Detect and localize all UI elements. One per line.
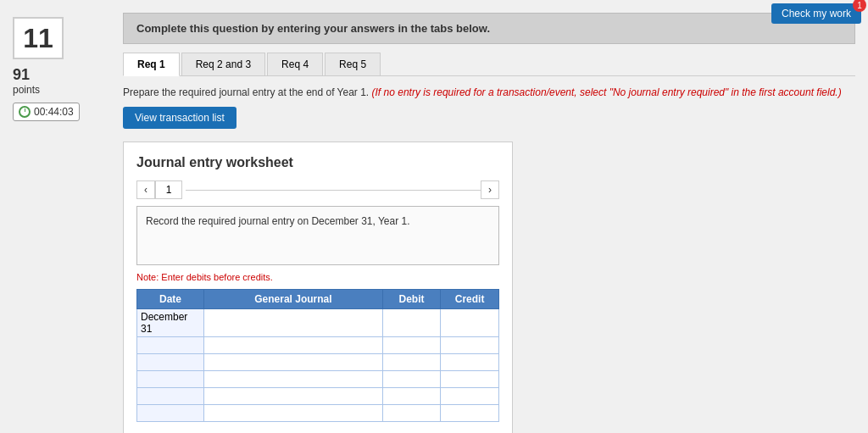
table-row: December 31	[137, 309, 499, 337]
debit-input[interactable]	[387, 340, 437, 352]
col-header-credit: Credit	[441, 290, 499, 309]
question-number: 11	[13, 17, 64, 59]
col-header-debit: Debit	[382, 290, 440, 309]
check-my-work-button[interactable]: Check my work 1	[771, 3, 861, 24]
view-transaction-button[interactable]: View transaction list	[123, 107, 236, 129]
table-row	[137, 337, 499, 354]
entry-description: Record the required journal entry on Dec…	[136, 206, 499, 265]
date-cell	[137, 388, 204, 405]
journal-cell[interactable]	[204, 354, 383, 371]
debit-input[interactable]	[387, 317, 437, 329]
worksheet-title: Journal entry worksheet	[136, 155, 499, 170]
notification-badge: 1	[853, 0, 866, 12]
tabs-container: Req 1 Req 2 and 3 Req 4 Req 5	[123, 53, 855, 76]
debit-input[interactable]	[387, 391, 437, 402]
tab-req1[interactable]: Req 1	[123, 53, 180, 76]
journal-input[interactable]	[208, 391, 379, 402]
timer-value: 00:44:03	[34, 106, 74, 118]
journal-input[interactable]	[208, 340, 379, 352]
credit-cell[interactable]	[441, 309, 499, 337]
credit-cell[interactable]	[441, 371, 499, 388]
credit-cell[interactable]	[441, 354, 499, 371]
date-cell	[137, 405, 204, 422]
check-my-work-label: Check my work	[782, 8, 851, 19]
journal-input[interactable]	[208, 408, 379, 419]
journal-cell[interactable]	[204, 388, 383, 405]
debit-cell[interactable]	[382, 337, 440, 354]
prev-arrow[interactable]: ‹	[136, 180, 155, 199]
prepare-italic: (If no entry is required for a transacti…	[372, 86, 842, 98]
table-row	[137, 405, 499, 422]
debit-cell[interactable]	[382, 371, 440, 388]
nav-row: ‹ 1 ›	[136, 180, 499, 199]
credit-input[interactable]	[444, 408, 495, 419]
credit-input[interactable]	[444, 340, 495, 352]
credit-input[interactable]	[444, 374, 495, 386]
prepare-main: Prepare the required journal entry at th…	[123, 86, 372, 98]
credit-cell[interactable]	[441, 388, 499, 405]
main-content: Complete this question by entering your …	[119, 8, 868, 433]
page-number: 1	[155, 180, 182, 199]
timer-box: 00:44:03	[13, 103, 80, 121]
points-value: 91	[13, 66, 106, 84]
points-label: points	[13, 84, 106, 96]
top-bar: Check my work 1	[765, 0, 868, 27]
col-header-date: Date	[137, 290, 204, 309]
date-cell	[137, 354, 204, 371]
debit-input[interactable]	[387, 357, 437, 369]
journal-cell[interactable]	[204, 371, 383, 388]
credit-cell[interactable]	[441, 337, 499, 354]
credit-cell[interactable]	[441, 405, 499, 422]
col-header-journal: General Journal	[204, 290, 383, 309]
date-cell: December 31	[137, 309, 204, 337]
nav-line	[186, 190, 481, 191]
note-text: Note: Enter debits before credits.	[136, 272, 499, 282]
next-arrow[interactable]: ›	[481, 180, 499, 199]
table-row	[137, 354, 499, 371]
instruction-box: Complete this question by entering your …	[123, 13, 855, 44]
debit-cell[interactable]	[382, 309, 440, 337]
date-cell	[137, 371, 204, 388]
journal-input[interactable]	[208, 317, 379, 329]
tab-req2-3[interactable]: Req 2 and 3	[181, 53, 265, 75]
table-row	[137, 388, 499, 405]
debit-cell[interactable]	[382, 405, 440, 422]
tab-req5[interactable]: Req 5	[325, 53, 381, 75]
credit-input[interactable]	[444, 317, 495, 329]
journal-input[interactable]	[208, 374, 379, 386]
table-row	[137, 371, 499, 388]
left-panel: 11 91 points 00:44:03	[0, 8, 119, 433]
journal-cell[interactable]	[204, 337, 383, 354]
journal-cell[interactable]	[204, 405, 383, 422]
journal-worksheet: Journal entry worksheet ‹ 1 › Record the…	[123, 142, 513, 433]
debit-cell[interactable]	[382, 388, 440, 405]
journal-cell[interactable]	[204, 309, 383, 337]
date-cell	[137, 337, 204, 354]
debit-cell[interactable]	[382, 354, 440, 371]
credit-input[interactable]	[444, 391, 495, 402]
debit-input[interactable]	[387, 408, 437, 419]
timer-icon	[19, 106, 31, 118]
page-layout: 11 91 points 00:44:03 Complete this ques…	[0, 0, 868, 433]
prepare-text: Prepare the required journal entry at th…	[123, 85, 855, 100]
credit-input[interactable]	[444, 357, 495, 369]
tab-req4[interactable]: Req 4	[267, 53, 323, 75]
instruction-text: Complete this question by entering your …	[136, 22, 490, 35]
journal-table: Date General Journal Debit Credit Decemb…	[136, 289, 499, 422]
journal-input[interactable]	[208, 357, 379, 369]
debit-input[interactable]	[387, 374, 437, 386]
